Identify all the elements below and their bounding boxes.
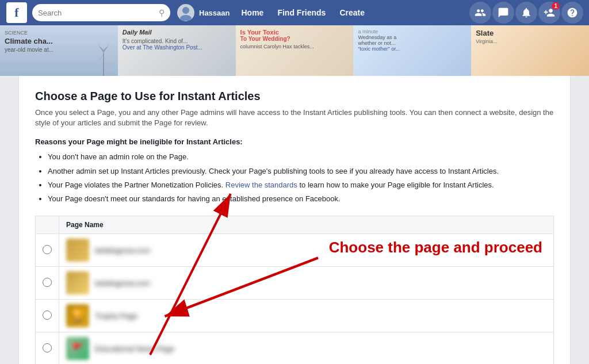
hero-segment-2: Daily Mail It's complicated. Kind of... … [118, 25, 236, 76]
review-standards-link[interactable]: Review the standards [225, 181, 297, 189]
hero-segment-1: SCIENCE Climate cha... year-old movie at… [0, 25, 118, 76]
fb-icon: f [6, 2, 27, 23]
radio-cell-2[interactable] [36, 267, 59, 300]
user-name-label: Hassaan [199, 9, 230, 17]
navbar: f ⚲ Hassaan Home Find Friends Create 1 [0, 0, 589, 25]
friend-request-badge: 1 [552, 2, 560, 10]
page-radio-1[interactable] [43, 245, 52, 254]
nav-links: Home Find Friends Create [235, 5, 370, 21]
page-cell-4: 🚩 Educational News Page [59, 332, 554, 364]
page-radio-3[interactable] [43, 311, 52, 320]
people-icon-btn[interactable] [469, 2, 491, 24]
page-name-4: Educational News Page [95, 344, 174, 353]
nav-create[interactable]: Create [334, 5, 370, 21]
svg-rect-2 [103, 53, 104, 76]
svg-marker-3 [98, 44, 104, 53]
reason-4: Your Page doesn't meet our standards for… [48, 194, 554, 204]
table-header-radio [36, 216, 59, 234]
page-cell-1: letsblognow.com [59, 234, 554, 267]
table-row: letsblognow.com [36, 267, 554, 300]
search-input[interactable] [38, 9, 159, 17]
table-row: 🚩 Educational News Page [36, 332, 554, 364]
hero-segment-3: Is Your Toxic To Your Wedding? columnist… [236, 25, 354, 76]
page-thumb-4: 🚩 [66, 337, 89, 360]
page-name-3: Trophy Page [95, 312, 137, 320]
nav-home[interactable]: Home [235, 5, 269, 21]
main-content: Choose a Page to Use for Instant Article… [18, 76, 571, 364]
page-name-2: letsblognow.com [95, 279, 150, 288]
page-thumb-3: 🏆 [66, 304, 89, 327]
friend-request-icon-btn[interactable]: 1 [538, 2, 560, 24]
search-icon: ⚲ [159, 8, 165, 17]
page-title: Choose a Page to Use for Instant Article… [35, 90, 554, 103]
svg-marker-4 [104, 44, 109, 53]
facebook-logo[interactable]: f [6, 2, 28, 24]
messenger-icon-btn[interactable] [492, 2, 514, 24]
table-row: letsblognow.com [36, 234, 554, 267]
reason-3: Your Page violates the Partner Monetizat… [48, 180, 554, 190]
svg-marker-5 [100, 53, 104, 62]
page-radio-2[interactable] [43, 278, 52, 287]
reasons-title: Reasons your Page might be ineligible fo… [35, 137, 554, 146]
svg-point-1 [180, 15, 192, 21]
page-thumb-2 [66, 271, 89, 294]
reasons-list: You don't have an admin role on the Page… [35, 152, 554, 204]
reason-2: Another admin set up Instant Articles pr… [48, 166, 554, 177]
page-cell-3: 🏆 Trophy Page [59, 300, 554, 332]
avatar [177, 4, 194, 21]
description: Once you select a Page, you and any othe… [35, 108, 554, 128]
notifications-icon-btn[interactable] [515, 2, 537, 24]
page-cell-2: letsblognow.com [59, 267, 554, 300]
pages-table: Page Name letsblognow.com [35, 216, 554, 364]
hero-segment-5: Slate Virginia... [471, 25, 589, 76]
hero-segment-4: a minute Wednesday as a whether or not..… [353, 25, 471, 76]
radio-cell-4[interactable] [36, 332, 59, 364]
radio-cell-1[interactable] [36, 234, 59, 267]
user-profile[interactable]: Hassaan [177, 4, 230, 21]
help-icon-btn[interactable] [561, 2, 583, 24]
table-header-page-name: Page Name [59, 216, 554, 234]
nav-find-friends[interactable]: Find Friends [271, 5, 331, 21]
svg-point-0 [182, 7, 189, 14]
page-radio-4[interactable] [43, 343, 52, 352]
page-thumb-1 [66, 239, 89, 262]
table-row: 🏆 Trophy Page [36, 300, 554, 332]
page-name-1: letsblognow.com [95, 246, 150, 255]
reason-1: You don't have an admin role on the Page… [48, 152, 554, 162]
nav-icons: 1 [469, 2, 583, 24]
radio-cell-3[interactable] [36, 300, 59, 332]
search-bar[interactable]: ⚲ [32, 4, 170, 21]
hero-strip: SCIENCE Climate cha... year-old movie at… [0, 25, 589, 76]
table-annotation-container: Page Name letsblognow.com [35, 216, 554, 364]
